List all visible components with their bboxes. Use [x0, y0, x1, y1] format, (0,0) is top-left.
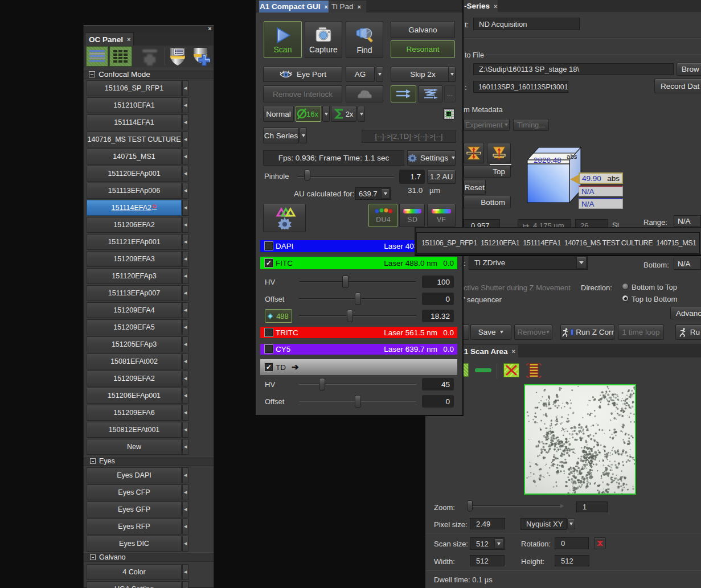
svg-text:2826.48: 2826.48 [534, 156, 561, 165]
svg-text:abs: abs [567, 153, 577, 160]
svg-text:SD: SD [407, 215, 417, 224]
svg-text:VF: VF [437, 215, 446, 224]
svg-text:DU4: DU4 [375, 215, 391, 224]
